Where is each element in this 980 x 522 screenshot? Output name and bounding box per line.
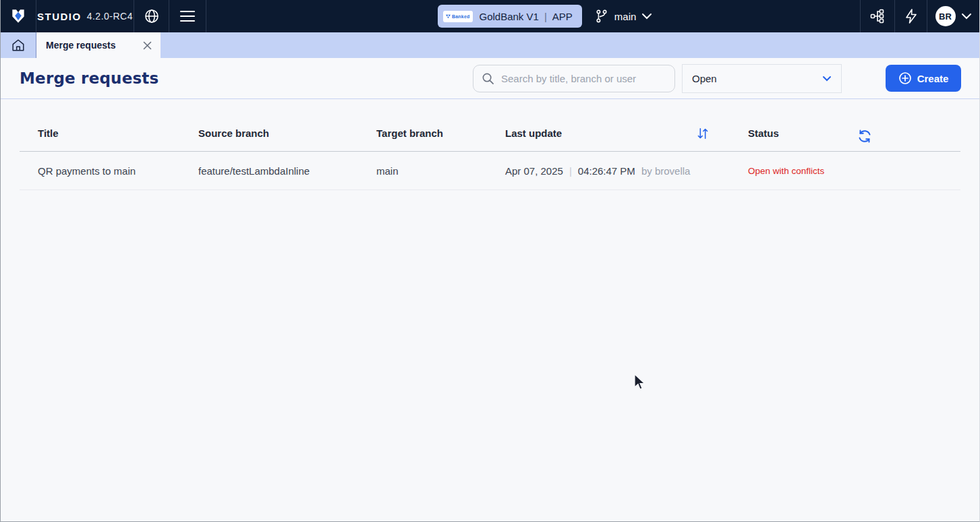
tab-strip: Merge requests: [1, 32, 979, 58]
tab-merge-requests[interactable]: Merge requests: [36, 32, 161, 58]
studio-logo[interactable]: [1, 0, 36, 32]
sort-arrows-icon: [695, 126, 710, 141]
status-filter-select[interactable]: Open: [682, 64, 842, 93]
refresh-button[interactable]: [855, 127, 874, 146]
quick-actions-button[interactable]: [894, 0, 927, 32]
home-tab-button[interactable]: [1, 32, 36, 58]
cell-last-update: Apr 07, 2025 | 04:26:47 PM by brovella: [505, 165, 695, 177]
last-update-separator: |: [569, 165, 572, 177]
globe-button[interactable]: [134, 0, 169, 32]
brand-name: STUDIO: [37, 11, 82, 22]
branch-chevron-down-icon: [641, 13, 652, 20]
hierarchy-icon: [869, 8, 886, 24]
app-type: APP: [552, 11, 573, 22]
cell-title[interactable]: QR payments to main: [38, 165, 198, 177]
search-box[interactable]: [473, 65, 675, 92]
globe-icon: [144, 8, 160, 24]
tab-close-icon[interactable]: [142, 40, 152, 51]
column-header-status[interactable]: Status: [748, 127, 942, 139]
banked-chip: Banked: [443, 11, 473, 22]
mouse-cursor: [633, 374, 647, 394]
home-icon: [11, 38, 26, 53]
branch-selector[interactable]: main: [594, 9, 653, 24]
cell-status: Open with conflicts: [748, 166, 942, 176]
user-chevron-down-icon: [961, 13, 972, 20]
column-header-title[interactable]: Title: [38, 127, 198, 139]
merge-requests-table: Title Source branch Target branch Last u…: [20, 115, 960, 190]
create-button[interactable]: Create: [886, 65, 961, 92]
filter-chevron-down-icon: [822, 76, 832, 82]
column-header-target-branch[interactable]: Target branch: [376, 127, 505, 139]
brand-version: 4.2.0-RC4: [87, 11, 133, 22]
search-icon: [482, 72, 494, 85]
page-header: Merge requests Open: [1, 58, 979, 99]
last-update-time: 04:26:47 PM: [578, 165, 635, 177]
top-navbar: STUDIO 4.2.0-RC4 Banked: [1, 0, 979, 32]
status-filter-value: Open: [692, 73, 717, 84]
tab-label: Merge requests: [46, 40, 137, 51]
lightning-bolt-icon: [904, 8, 919, 24]
banked-logo-icon: [446, 14, 451, 19]
table-row[interactable]: QR payments to main feature/testLambdaIn…: [20, 152, 960, 190]
search-input[interactable]: [501, 73, 666, 84]
sort-button[interactable]: [695, 126, 748, 141]
plus-circle-icon: [898, 71, 912, 85]
app-name: GoldBank V1: [480, 11, 539, 22]
cell-target-branch: main: [376, 165, 505, 177]
git-branch-icon: [594, 9, 609, 24]
app-name-separator: |: [544, 11, 547, 22]
page-title: Merge requests: [20, 69, 158, 87]
brand-section: STUDIO 4.2.0-RC4: [36, 0, 134, 32]
cell-source-branch: feature/testLambdaInline: [198, 165, 376, 177]
column-header-last-update[interactable]: Last update: [505, 127, 695, 139]
last-update-author: by brovella: [641, 165, 691, 177]
refresh-icon: [857, 128, 873, 144]
studio-logo-icon: [9, 7, 27, 25]
branch-name: main: [614, 11, 637, 22]
column-header-source-branch[interactable]: Source branch: [198, 127, 376, 139]
last-update-date: Apr 07, 2025: [505, 165, 563, 177]
table-header-row: Title Source branch Target branch Last u…: [20, 115, 960, 152]
avatar: BR: [935, 6, 956, 26]
main-menu-button[interactable]: [169, 0, 206, 32]
hamburger-icon: [179, 10, 196, 22]
app-selector-pill[interactable]: Banked GoldBank V1 | APP: [438, 5, 582, 28]
user-menu[interactable]: BR: [927, 0, 979, 32]
flows-button[interactable]: [860, 0, 894, 32]
create-button-label: Create: [917, 73, 949, 84]
